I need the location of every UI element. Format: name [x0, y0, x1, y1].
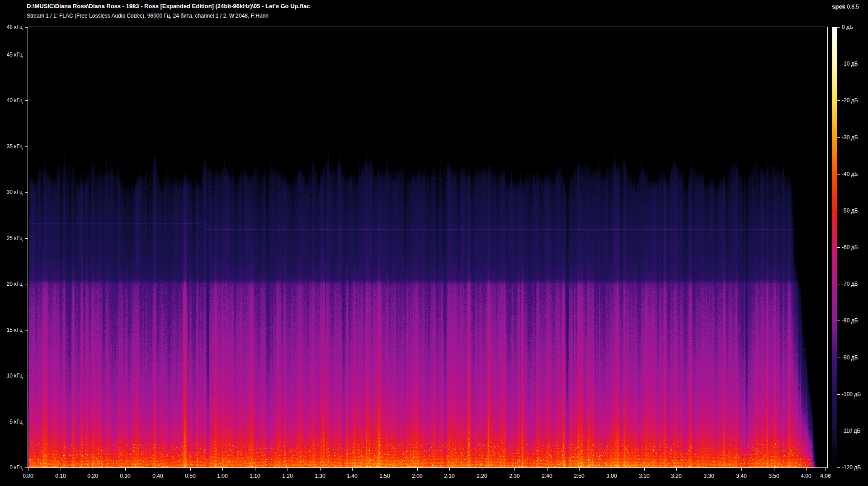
freq-tick [25, 330, 28, 330]
time-tick-label: 1:10 [241, 472, 269, 480]
time-tick [774, 468, 774, 471]
freq-tick [25, 100, 28, 101]
freq-tick-label: 15 кГц [0, 326, 23, 334]
freq-tick-label: 40 кГц [0, 97, 23, 104]
db-tick [837, 247, 840, 248]
db-tick [837, 137, 840, 138]
db-tick [837, 100, 840, 101]
time-tick-label: 3:20 [663, 472, 690, 480]
time-tick [125, 468, 126, 471]
time-tick [709, 468, 709, 471]
db-tick [837, 64, 840, 64]
time-tick-label: 4:06 [812, 472, 839, 480]
time-tick-label: 1:50 [371, 472, 398, 480]
freq-tick [25, 146, 28, 147]
db-tick [837, 394, 840, 395]
time-tick [579, 468, 580, 471]
db-tick-label: 0 дБ [842, 24, 853, 31]
app-name: spek [832, 3, 845, 10]
time-tick [644, 468, 645, 471]
time-tick-label: 0:00 [14, 472, 42, 480]
freq-tick-label: 0 кГц [0, 464, 23, 471]
db-tick-label: -10 дБ [842, 60, 858, 67]
time-tick-label: 3:00 [598, 472, 625, 480]
freq-tick-label: 10 кГц [0, 372, 23, 379]
time-tick-label: 1:20 [274, 472, 301, 480]
freq-tick [25, 376, 28, 376]
app-version-number: 0.8.5 [847, 4, 859, 10]
time-tick [255, 468, 255, 471]
time-tick [417, 468, 418, 471]
time-tick [222, 468, 223, 471]
freq-tick [25, 192, 28, 193]
time-tick [28, 468, 28, 471]
db-tick-label: -50 дБ [842, 207, 858, 214]
time-tick-label: 3:30 [695, 472, 722, 480]
time-tick [826, 468, 826, 471]
db-tick-label: -40 дБ [842, 170, 858, 178]
db-tick-label: -60 дБ [842, 244, 858, 251]
time-tick [514, 468, 515, 471]
db-tick [837, 211, 840, 211]
freq-tick [25, 422, 28, 422]
freq-tick [25, 55, 28, 55]
time-tick [547, 468, 547, 471]
db-tick-label: -110 дБ [842, 427, 860, 434]
freq-tick-label: 25 кГц [0, 235, 23, 242]
time-tick [482, 468, 482, 471]
freq-tick-label: 35 кГц [0, 143, 23, 150]
time-tick [190, 468, 191, 471]
time-tick [676, 468, 677, 471]
db-tick [837, 358, 840, 358]
time-tick [320, 468, 321, 471]
spectrogram-plot [28, 27, 828, 468]
time-tick [612, 468, 612, 471]
spek-window: D:\MUSIC\Diana Ross\Diana Ross - 1983 - … [0, 0, 868, 486]
app-version: spek 0.8.5 [832, 3, 859, 10]
time-tick-label: 1:00 [209, 472, 236, 480]
db-tick [837, 321, 840, 321]
time-tick-label: 1:40 [339, 472, 366, 480]
file-path-title: D:\MUSIC\Diana Ross\Diana Ross - 1983 - … [27, 3, 310, 9]
db-tick [837, 174, 840, 175]
time-tick-label: 0:50 [177, 472, 204, 480]
freq-tick [25, 27, 28, 28]
db-tick-label: -30 дБ [842, 134, 858, 141]
time-tick-label: 3:50 [760, 472, 788, 480]
time-tick-label: 2:10 [436, 472, 463, 480]
time-tick-label: 0:30 [112, 472, 139, 480]
freq-tick-label: 30 кГц [0, 189, 23, 196]
time-tick-label: 1:30 [307, 472, 334, 480]
time-tick-label: 0:10 [47, 472, 74, 480]
db-tick [837, 27, 840, 28]
time-tick [93, 468, 93, 471]
time-tick [61, 468, 61, 471]
freq-tick-label: 45 кГц [0, 51, 23, 58]
time-tick-label: 3:10 [631, 472, 658, 480]
db-tick [837, 431, 840, 431]
time-tick-label: 0:40 [144, 472, 171, 480]
db-tick-label: -90 дБ [842, 354, 858, 361]
time-tick [385, 468, 385, 471]
db-tick-label: -70 дБ [842, 280, 858, 288]
time-tick [158, 468, 158, 471]
time-tick [449, 468, 450, 471]
time-tick-label: 0:20 [79, 472, 106, 480]
spectrogram-canvas [28, 27, 827, 467]
db-tick [837, 467, 840, 468]
time-tick [741, 468, 742, 471]
time-tick [352, 468, 353, 471]
db-colorbar [832, 27, 837, 467]
time-tick-label: 2:40 [533, 472, 561, 480]
time-tick [288, 468, 288, 471]
time-tick-label: 3:40 [728, 472, 755, 480]
time-tick [806, 468, 807, 471]
stream-info: Stream 1 / 1: FLAC (Free Lossless Audio … [27, 13, 269, 19]
freq-tick-label: 5 кГц [0, 418, 23, 425]
time-tick-label: 2:20 [468, 472, 495, 480]
freq-tick [25, 238, 28, 239]
freq-tick-label: 20 кГц [0, 280, 23, 288]
db-tick-label: -100 дБ [842, 391, 861, 398]
time-tick-label: 2:00 [404, 472, 431, 480]
db-tick-label: -80 дБ [842, 317, 858, 324]
